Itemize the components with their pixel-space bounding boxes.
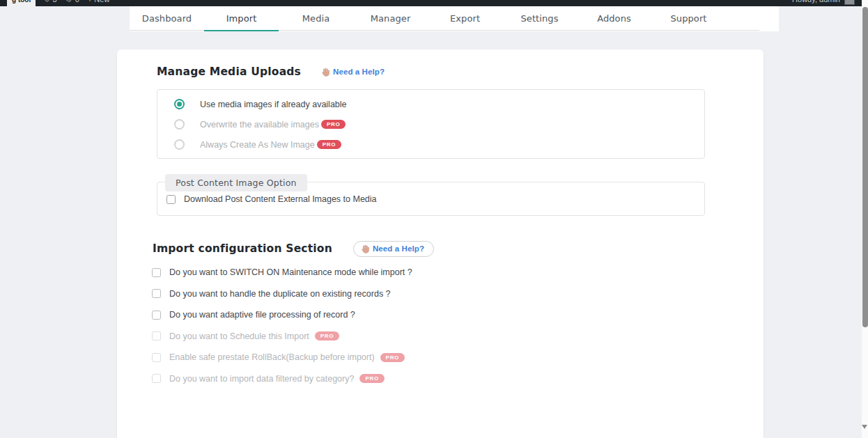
scrollbar-track[interactable]	[862, 0, 868, 438]
hand-icon	[360, 244, 369, 253]
scrollbar-thumb[interactable]	[862, 7, 868, 327]
radio-overwrite-images[interactable]: Overwrite the available images PRO	[174, 114, 704, 134]
pro-badge: PRO	[315, 331, 339, 341]
tab-addons[interactable]: Addons	[577, 6, 651, 31]
import-section-title: Import configuration Section	[153, 242, 332, 255]
admin-bar-comments[interactable]: 🗨 0	[65, 0, 79, 3]
checkbox-icon[interactable]	[152, 331, 161, 341]
import-help-button[interactable]: Need a Help?	[353, 241, 434, 257]
tab-export[interactable]: Export	[428, 6, 502, 31]
checkbox-download-external-images[interactable]: Download Post Content External Images to…	[166, 194, 704, 204]
media-section-title: Manage Media Uploads	[157, 65, 301, 78]
post-content-image-option-box: Post Content Image Option Download Post …	[157, 182, 705, 216]
pro-badge: PRO	[321, 120, 346, 129]
tab-settings[interactable]: Settings	[502, 6, 577, 31]
radio-selected-icon[interactable]	[174, 99, 185, 109]
tab-media[interactable]: Media	[279, 6, 353, 31]
admin-bar-current-page[interactable]: g tool	[7, 0, 36, 6]
import-section-header: Import configuration Section Need a Help…	[153, 241, 723, 256]
checkbox-filter-by-category[interactable]: Do you want to import data filtered by c…	[152, 368, 723, 390]
media-options-box: Use media images if already available Ov…	[157, 89, 705, 159]
tabs-row: Dashboard Import Media Manager Export Se…	[130, 6, 759, 31]
tab-support[interactable]: Support	[651, 6, 726, 31]
updates-icon: ↻	[44, 0, 49, 3]
admin-bar-new[interactable]: + New	[88, 0, 110, 3]
wp-admin-bar: g tool ↻ 3 🗨 0 + New Howdy, admin	[0, 0, 862, 6]
checkbox-maintenance-mode[interactable]: Do you want to SWITCH ON Maintenance mod…	[152, 262, 723, 283]
avatar	[844, 0, 855, 5]
radio-use-media-images[interactable]: Use media images if already available	[174, 94, 704, 114]
tab-import[interactable]: Import	[204, 6, 279, 31]
admin-bar-updates[interactable]: ↻ 3	[44, 0, 57, 3]
radio-unselected-icon[interactable]	[174, 139, 185, 150]
pro-badge: PRO	[380, 353, 405, 362]
checkbox-icon[interactable]	[152, 289, 161, 298]
checkbox-icon[interactable]	[166, 195, 176, 204]
checkbox-schedule-import[interactable]: Do you want to Schedule this Import PRO	[152, 326, 723, 347]
hand-icon	[320, 68, 330, 77]
pro-badge: PRO	[317, 140, 341, 149]
radio-always-create-new[interactable]: Always Create As New Image PRO	[174, 134, 704, 155]
post-content-legend: Post Content Image Option	[165, 174, 307, 191]
checkbox-icon[interactable]	[152, 268, 161, 277]
import-config-section: Import configuration Section Need a Help…	[153, 241, 723, 389]
media-help-link[interactable]: Need a Help?	[320, 68, 385, 77]
media-help-label: Need a Help?	[333, 68, 385, 76]
tab-dashboard[interactable]: Dashboard	[130, 6, 204, 31]
pro-badge: PRO	[359, 374, 384, 383]
checkbox-handle-duplicates[interactable]: Do you want to handle the duplicate on e…	[152, 283, 723, 305]
checkbox-safe-rollback[interactable]: Enable safe prestate RollBack(Backup bef…	[152, 347, 723, 368]
comment-bubble-icon: 🗨	[65, 0, 72, 3]
checkbox-icon[interactable]	[152, 353, 161, 362]
import-help-label: Need a Help?	[373, 244, 424, 253]
import-options-list: Do you want to SWITCH ON Maintenance mod…	[153, 262, 723, 389]
main-card: Manage Media Uploads Need a Help? Use me…	[117, 49, 764, 438]
plugin-nav: Dashboard Import Media Manager Export Se…	[130, 6, 779, 31]
media-section-header: Manage Media Uploads Need a Help?	[157, 64, 723, 79]
admin-bar-howdy[interactable]: Howdy, admin	[792, 0, 840, 3]
checkbox-icon[interactable]	[152, 311, 161, 320]
radio-unselected-icon[interactable]	[174, 119, 185, 130]
scrollbar-down-arrow-icon[interactable]	[862, 425, 867, 429]
tab-manager[interactable]: Manager	[353, 6, 428, 31]
checkbox-icon[interactable]	[152, 374, 161, 383]
checkbox-adaptive-processing[interactable]: Do you want adaptive file processing of …	[152, 304, 723, 326]
